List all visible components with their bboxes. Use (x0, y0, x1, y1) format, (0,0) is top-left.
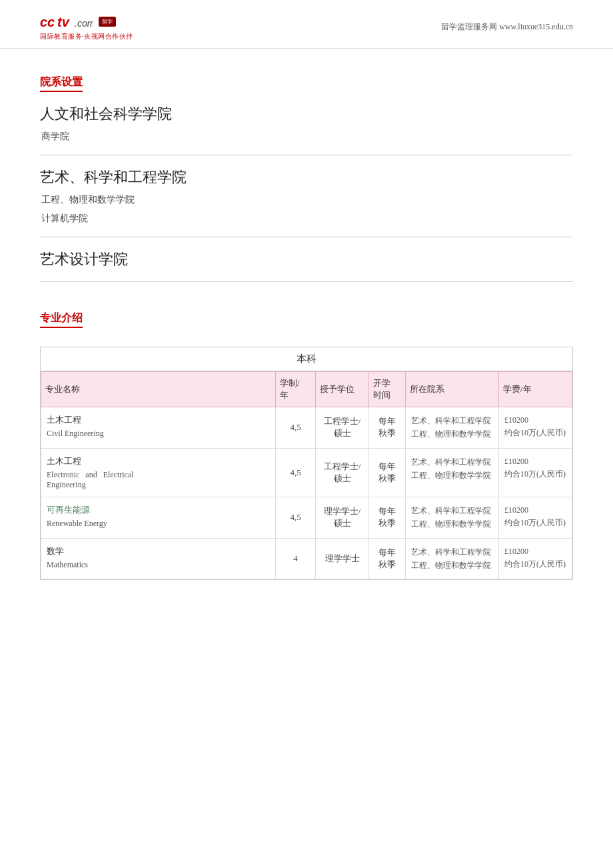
program-degree: 理学学士/硕士 (316, 497, 369, 538)
main-content: 院系设置 人文和社会科学学院 商学院 艺术、科学和工程学院 工程、物理和数学学院… (0, 49, 613, 607)
program-name-en: Renewable Energy (47, 519, 270, 529)
col-department: 所在院系 (406, 372, 499, 407)
programs-table: 专业名称 学制/年 授予学位 开学时间 所在院系 学费/年 土木工程 (41, 371, 572, 579)
program-degree: 理学学士 (316, 538, 369, 579)
logo-tagline: 国际教育服务·央视网合作伙伴 (40, 32, 133, 41)
programs-section: 专业介绍 本科 专业名称 学制/年 授予学位 开学时间 所在院系 学费/年 (40, 298, 573, 580)
program-semester: 每年秋季 (369, 497, 406, 538)
college-business: 商学院 (40, 131, 573, 143)
program-fee: £10200约合10万(人民币) (499, 407, 572, 449)
program-fee: £10200约合10万(人民币) (499, 448, 572, 497)
program-name-en: Civil Engineering (47, 429, 270, 439)
college-art-design: 艺术设计学院 (40, 249, 573, 269)
table-column-headers: 专业名称 学制/年 授予学位 开学时间 所在院系 学费/年 (41, 372, 572, 407)
program-name-cell: 可再生能源 Renewable Energy (41, 497, 276, 538)
program-semester: 每年秋季 (369, 407, 406, 449)
program-department: 艺术、科学和工程学院工程、物理和数学学院 (406, 448, 499, 497)
program-degree: 工程学士/硕士 (316, 407, 369, 449)
program-years: 4,5 (276, 448, 316, 497)
col-name: 专业名称 (41, 372, 276, 407)
program-department: 艺术、科学和工程学院工程、物理和数学学院 (406, 407, 499, 449)
program-years: 4,5 (276, 497, 316, 538)
program-name-zh: 土木工程 (47, 414, 270, 426)
svg-text:cc: cc (40, 15, 55, 29)
page-header: cc tv .com 留学 国际教育服务·央视网合作伙伴 留学监理服务网 www… (0, 0, 613, 49)
program-name-cell: 土木工程 Civil Engineering (41, 407, 276, 449)
college-humanities: 人文和社会科学学院 (40, 104, 573, 124)
col-semester: 开学时间 (369, 372, 406, 407)
cctv-logo-svg: cc tv .com (40, 12, 93, 31)
program-name-en: Mathematics (47, 560, 270, 570)
table-row: 可再生能源 Renewable Energy 4,5 理学学士/硕士 每年秋季 … (41, 497, 572, 538)
program-fee: £10200约合10万(人民币) (499, 497, 572, 538)
college-computer: 计算机学院 (40, 213, 573, 225)
table-row: 土木工程 Electronic and ElectricalEngineerin… (41, 448, 572, 497)
college-arts-science: 艺术、科学和工程学院 (40, 167, 573, 187)
program-name-cell: 土木工程 Electronic and ElectricalEngineerin… (41, 448, 276, 497)
col-degree: 授予学位 (316, 372, 369, 407)
svg-text:tv: tv (57, 15, 71, 29)
program-years: 4 (276, 538, 316, 579)
liuxue-badge: 留学 (99, 17, 116, 27)
divider-2 (40, 237, 573, 237)
program-name-zh: 数学 (47, 545, 270, 557)
col-fee: 学费/年 (499, 372, 572, 407)
program-name-zh: 土木工程 (47, 455, 270, 467)
divider-3 (40, 281, 573, 282)
programs-title: 专业介绍 (40, 311, 83, 328)
program-semester: 每年秋季 (369, 448, 406, 497)
departments-title: 院系设置 (40, 75, 83, 92)
col-years: 学制/年 (276, 372, 316, 407)
program-years: 4,5 (276, 407, 316, 449)
program-fee: £10200约合10万(人民币) (499, 538, 572, 579)
program-department: 艺术、科学和工程学院工程、物理和数学学院 (406, 497, 499, 538)
program-department: 艺术、科学和工程学院工程、物理和数学学院 (406, 538, 499, 579)
logo-area: cc tv .com 留学 国际教育服务·央视网合作伙伴 (40, 12, 133, 41)
table-row: 土木工程 Civil Engineering 4,5 工程学士/硕士 每年秋季 … (41, 407, 572, 449)
program-name-zh: 可再生能源 (47, 504, 270, 516)
logo-top: cc tv .com 留学 (40, 12, 116, 31)
table-row: 数学 Mathematics 4 理学学士 每年秋季 艺术、科学和工程学院工程、… (41, 538, 572, 579)
program-name-cell: 数学 Mathematics (41, 538, 276, 579)
page-wrapper: cc tv .com 留学 国际教育服务·央视网合作伙伴 留学监理服务网 www… (0, 0, 613, 607)
program-semester: 每年秋季 (369, 538, 406, 579)
college-engineering-physics: 工程、物理和数学学院 (40, 194, 573, 206)
departments-section: 院系设置 人文和社会科学学院 商学院 艺术、科学和工程学院 工程、物理和数学学院… (40, 62, 573, 269)
divider-1 (40, 155, 573, 155)
site-info: 留学监理服务网 www.liuxue315.edu.cn (441, 21, 573, 33)
program-name-en: Electronic and ElectricalEngineering (47, 470, 270, 490)
program-degree: 工程学士/硕士 (316, 448, 369, 497)
table-level-header: 本科 (41, 347, 572, 371)
svg-text:.com: .com (75, 18, 93, 29)
programs-table-container: 本科 专业名称 学制/年 授予学位 开学时间 所在院系 学费/年 (40, 347, 573, 580)
